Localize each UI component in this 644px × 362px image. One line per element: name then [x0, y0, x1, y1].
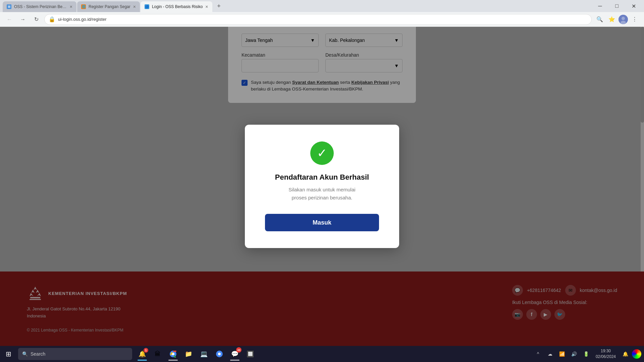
title-bar: 🏛 OSS - Sistem Perizinan Berus... × 🌐 Re…: [0, 0, 644, 12]
taskbar-app1-icon: 🏛: [155, 351, 161, 358]
battery-icon[interactable]: 🔋: [581, 349, 592, 359]
forward-button[interactable]: →: [17, 14, 28, 25]
taskbar-date-text: 02/06/2024: [596, 354, 616, 360]
taskbar-search-box[interactable]: 🔍 Search: [18, 348, 132, 360]
volume-icon[interactable]: 🔊: [569, 349, 580, 359]
modal-title: Pendaftaran Akun Berhasil: [265, 173, 379, 182]
modal-subtitle-line1: Silakan masuk untuk memulai: [265, 186, 379, 194]
tab-login-oss[interactable]: 🔵 Login - OSS Berbasis Risiko ×: [141, 1, 212, 12]
color-picker-icon[interactable]: [632, 349, 641, 359]
address-bar[interactable]: 🔒 ui-login.oss.go.id/register: [44, 14, 592, 25]
modal-subtitle-line2: proses perizinan berusaha.: [265, 194, 379, 202]
app-active-indicator: [138, 360, 147, 361]
whatsapp-badge: 43: [236, 347, 241, 353]
taskbar-app-6[interactable]: [212, 347, 227, 361]
taskbar-app-1[interactable]: 🏛: [150, 347, 165, 361]
browser-frame: 🏛 OSS - Sistem Perizinan Berus... × 🌐 Re…: [0, 0, 644, 362]
new-tab-button[interactable]: +: [214, 1, 224, 11]
svg-point-11: [218, 353, 221, 355]
taskbar-whatsapp[interactable]: 💬 43: [227, 347, 242, 361]
page-content: Jawa Tengah ▼ Kab. Pekalongan ▼ Kec: [0, 27, 644, 362]
window-controls: ─ □ ✕: [592, 1, 641, 11]
search-icon-button[interactable]: 🔍: [594, 14, 605, 25]
whatsapp-indicator: [230, 360, 239, 361]
chevron-up-icon[interactable]: ^: [533, 349, 543, 359]
start-icon: ⊞: [6, 350, 11, 358]
close-button[interactable]: ✕: [626, 1, 641, 11]
nav-icons: 🔍 ⭐ ⋮: [594, 14, 640, 25]
taskbar-chrome[interactable]: [166, 347, 180, 361]
minimize-button[interactable]: ─: [592, 1, 608, 11]
masuk-button[interactable]: Masuk: [265, 214, 379, 231]
start-button[interactable]: ⊞: [0, 346, 17, 362]
bookmark-button[interactable]: ⭐: [606, 14, 617, 25]
taskbar-notification-bell[interactable]: 🔔 1: [135, 347, 150, 361]
google-chrome-icon2: [216, 350, 223, 358]
taskbar-search-text: Search: [31, 351, 45, 357]
success-icon: ✓: [310, 141, 334, 165]
tab1-close[interactable]: ×: [70, 4, 72, 9]
modal-overlay: ✓ Pendaftaran Akun Berhasil Silakan masu…: [0, 27, 644, 346]
svg-rect-7: [173, 351, 176, 352]
vscode-icon: 💻: [200, 350, 208, 358]
tab2-close[interactable]: ×: [133, 4, 136, 9]
taskbar-search-icon: 🔍: [22, 351, 28, 357]
tab2-title: Register Pangan Segar: [89, 4, 130, 9]
tab3-close[interactable]: ×: [205, 4, 208, 9]
notification-badge: 1: [144, 348, 148, 353]
taskbar-files[interactable]: 📁: [181, 347, 196, 361]
tab1-favicon: 🏛: [7, 4, 11, 9]
taskbar-time-text: 19:30: [601, 348, 611, 354]
chrome-active-indicator: [168, 360, 178, 361]
modal-subtitle: Silakan masuk untuk memulai proses periz…: [265, 186, 379, 202]
chrome-icon: [169, 350, 177, 358]
tab-register-pangan[interactable]: 🌐 Register Pangan Segar ×: [77, 1, 140, 12]
tab-oss-sistem[interactable]: 🏛 OSS - Sistem Perizinan Berus... ×: [3, 1, 76, 12]
taskbar-app-8[interactable]: 🔲: [243, 347, 258, 361]
weather-icon[interactable]: ☁: [545, 349, 555, 359]
address-text: ui-login.oss.go.id/register: [58, 17, 587, 22]
security-icon: 🔒: [49, 16, 55, 22]
back-button[interactable]: ←: [4, 14, 15, 25]
taskbar-pinned-apps: 🔔 1 🏛 📁 💻: [133, 347, 530, 361]
checkmark-icon: ✓: [317, 146, 327, 160]
reload-button[interactable]: ↻: [31, 14, 42, 25]
notification-center-icon[interactable]: 🔔: [620, 349, 631, 359]
files-icon: 📁: [185, 350, 192, 358]
main-area: Jawa Tengah ▼ Kab. Pekalongan ▼ Kec: [0, 27, 644, 346]
app8-icon: 🔲: [247, 350, 254, 358]
taskbar: ⊞ 🔍 Search 🔔 1 🏛: [0, 346, 644, 362]
success-modal: ✓ Pendaftaran Akun Berhasil Silakan masu…: [245, 125, 399, 248]
tab2-favicon: 🌐: [81, 4, 86, 9]
tab3-title: Login - OSS Berbasis Risiko: [152, 4, 203, 9]
wifi-icon[interactable]: 📶: [557, 349, 568, 359]
profile-avatar[interactable]: [619, 15, 628, 24]
tab1-title: OSS - Sistem Perizinan Berus...: [14, 4, 67, 9]
taskbar-clock[interactable]: 19:30 02/06/2024: [593, 348, 619, 360]
menu-button[interactable]: ⋮: [629, 14, 640, 25]
svg-point-1: [622, 17, 625, 20]
tab3-favicon: 🔵: [145, 4, 149, 9]
svg-point-2: [621, 21, 626, 24]
maximize-button[interactable]: □: [609, 1, 625, 11]
taskbar-vscode[interactable]: 💻: [197, 347, 211, 361]
navigation-bar: ← → ↻ 🔒 ui-login.oss.go.id/register 🔍 ⭐ …: [0, 12, 644, 27]
tab-list: 🏛 OSS - Sistem Perizinan Berus... × 🌐 Re…: [3, 0, 590, 12]
taskbar-system-tray: ^ ☁ 📶 🔊 🔋 19:30 02/06/2024 🔔: [530, 348, 644, 360]
